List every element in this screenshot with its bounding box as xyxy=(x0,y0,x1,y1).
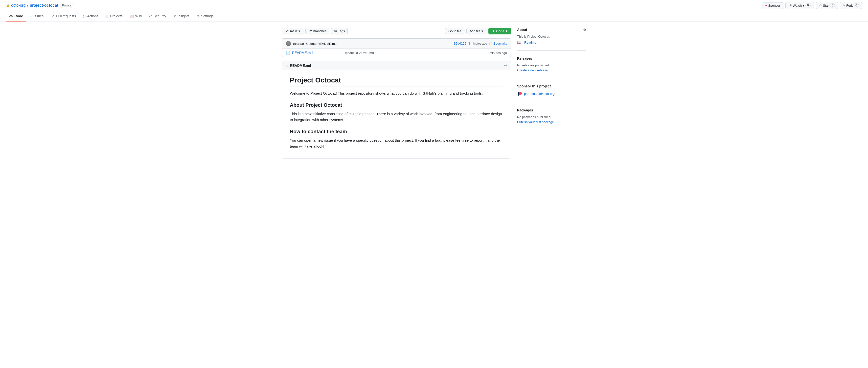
tab-settings-label: Settings xyxy=(201,14,214,18)
tab-actions[interactable]: ▷ Actions xyxy=(80,11,101,22)
edit-icon[interactable]: ✏ xyxy=(504,64,507,67)
branch-icon-small: ⎇ xyxy=(308,29,312,33)
repo-toolbar: ⎇ main ▾ ⎇ Branches 🏷 Tags Go to file Ad… xyxy=(282,28,511,34)
tab-insights-label: Insights xyxy=(178,14,189,18)
sponsor-item: patreon.com/octo-org xyxy=(517,91,586,96)
watch-button[interactable]: 👁 Watch ▾ 0 xyxy=(785,2,814,9)
code-icon: <> xyxy=(9,14,13,18)
commit-username[interactable]: octocat xyxy=(293,42,304,46)
readme-intro: Welcome to Project Octocat! This project… xyxy=(290,90,503,96)
patreon-link[interactable]: patreon.com/octo-org xyxy=(524,92,555,95)
releases-section: Releases No releases published Create a … xyxy=(517,56,586,78)
top-bar-actions: ♥ Sponsor 👁 Watch ▾ 0 ☆ Star 0 ⑂ Fork 0 xyxy=(762,2,862,9)
star-count: 0 xyxy=(830,3,835,7)
gear-icon[interactable]: ⚙ xyxy=(583,28,586,32)
lock-icon: 🔒 xyxy=(6,4,10,7)
tags-link[interactable]: 🏷 Tags xyxy=(331,28,347,34)
tab-settings[interactable]: ⚙ Settings xyxy=(193,11,217,22)
file-name-link[interactable]: README.md xyxy=(292,51,342,55)
readme-section1-text: This is a new initiative consisting of m… xyxy=(290,111,503,123)
about-section: About ⚙ This is Project Octocat. 📖 Readm… xyxy=(517,28,586,51)
branch-chevron-icon: ▾ xyxy=(299,29,300,33)
repo-content: ⎇ main ▾ ⎇ Branches 🏷 Tags Go to file Ad… xyxy=(282,28,511,159)
commit-sha[interactable]: 95d0125 xyxy=(454,42,466,45)
svg-rect-1 xyxy=(518,92,519,95)
tab-wiki[interactable]: 📖 Wiki xyxy=(127,11,145,22)
code-button[interactable]: ⬇ Code ▾ xyxy=(488,28,512,34)
branches-link[interactable]: ⎇ Branches xyxy=(305,28,329,34)
packages-header: Packages xyxy=(517,108,586,112)
readme-content: Project Octocat Welcome to Project Octoc… xyxy=(282,70,511,158)
top-bar: 🔒 octo-org / project-octocat Private ♥ S… xyxy=(0,0,868,11)
branch-name: main xyxy=(290,29,297,33)
download-icon: ⬇ xyxy=(492,29,495,33)
star-label: Star xyxy=(823,4,829,7)
repo-link[interactable]: project-octocat xyxy=(30,3,58,8)
star-button[interactable]: ☆ Star 0 xyxy=(816,2,838,9)
tag-icon: 🏷 xyxy=(334,29,337,33)
history-icon: 🕐 xyxy=(489,42,493,45)
toolbar-right-actions: Go to file Add file ▾ ⬇ Code ▾ xyxy=(445,28,511,34)
readme-section1-heading: About Project Octocat xyxy=(290,102,503,108)
nav-tabs: <> Code ○ Issues ⎇ Pull requests ▷ Actio… xyxy=(0,11,868,22)
org-link[interactable]: octo-org xyxy=(11,3,26,8)
readme-title: Project Octocat xyxy=(290,76,503,86)
commit-time: 3 minutes ago xyxy=(468,42,487,45)
tab-code[interactable]: <> Code xyxy=(6,11,26,22)
avatar xyxy=(286,41,291,46)
add-file-button[interactable]: Add file ▾ xyxy=(466,28,486,34)
pr-icon: ⎇ xyxy=(51,14,54,18)
security-icon: 🛡 xyxy=(149,14,152,18)
publish-package-link[interactable]: Publish your first package xyxy=(517,120,554,124)
book-icon: 📖 xyxy=(517,40,521,44)
add-file-label: Add file xyxy=(470,29,480,33)
eye-icon: 👁 xyxy=(788,4,792,7)
actions-icon: ▷ xyxy=(83,14,86,18)
tab-projects[interactable]: ▦ Projects xyxy=(102,11,126,22)
settings-icon: ⚙ xyxy=(196,14,199,18)
about-description: This is Project Octocat. xyxy=(517,35,586,38)
svg-point-0 xyxy=(518,92,522,95)
readme-title-row: ≡ README.md xyxy=(286,64,311,67)
readme-box: ≡ README.md ✏ Project Octocat Welcome to… xyxy=(282,61,511,159)
repo-sidebar: About ⚙ This is Project Octocat. 📖 Readm… xyxy=(517,28,586,159)
sponsor-button[interactable]: ♥ Sponsor xyxy=(762,2,783,9)
separator: / xyxy=(27,3,28,8)
file-table: octocat Update README.md 95d0125 3 minut… xyxy=(282,38,511,57)
fork-label: Fork xyxy=(846,4,852,7)
tab-insights[interactable]: ↗ Insights xyxy=(170,11,192,22)
tab-actions-label: Actions xyxy=(87,14,98,18)
readme-section2-text: You can open a new issue if you have a s… xyxy=(290,137,503,149)
commits-link[interactable]: 🕐 2 commits xyxy=(489,42,507,45)
tab-projects-label: Projects xyxy=(110,14,123,18)
branches-label: Branches xyxy=(313,29,327,33)
create-release-link[interactable]: Create a new release xyxy=(517,68,548,72)
insights-icon: ↗ xyxy=(173,14,176,18)
fork-button[interactable]: ⑂ Fork 0 xyxy=(840,2,862,9)
main-content: ⎇ main ▾ ⎇ Branches 🏷 Tags Go to file Ad… xyxy=(276,22,592,164)
repo-title: 🔒 octo-org / project-octocat Private xyxy=(6,3,73,8)
readme-link-row: 📖 Readme xyxy=(517,40,586,44)
branch-selector[interactable]: ⎇ main ▾ xyxy=(282,28,303,34)
no-packages-text: No packages published xyxy=(517,115,586,119)
sponsor-section: Sponsor this project patreon.com/octo-or… xyxy=(517,84,586,102)
file-time: 3 minutes ago xyxy=(487,51,507,55)
tab-security[interactable]: 🛡 Security xyxy=(146,11,169,22)
code-btn-label: Code xyxy=(496,29,504,33)
readme-link[interactable]: Readme xyxy=(524,40,536,44)
releases-title: Releases xyxy=(517,56,532,60)
tags-label: Tags xyxy=(338,29,345,33)
goto-file-button[interactable]: Go to file xyxy=(445,28,464,34)
tab-wiki-label: Wiki xyxy=(135,14,142,18)
table-row: 📄 README.md Update README.md 3 minutes a… xyxy=(282,49,511,57)
readme-filename: README.md xyxy=(290,64,311,67)
tab-pull-requests[interactable]: ⎇ Pull requests xyxy=(48,11,79,22)
tab-issues-label: Issues xyxy=(34,14,43,18)
about-title: About xyxy=(517,28,527,32)
branch-icon: ⎇ xyxy=(285,29,288,33)
commit-header: octocat Update README.md 95d0125 3 minut… xyxy=(282,39,511,49)
commits-count: 2 commits xyxy=(493,42,507,45)
releases-header: Releases xyxy=(517,56,586,60)
tab-issues[interactable]: ○ Issues xyxy=(27,11,46,22)
file-commit-message: Update README.md xyxy=(343,51,485,55)
